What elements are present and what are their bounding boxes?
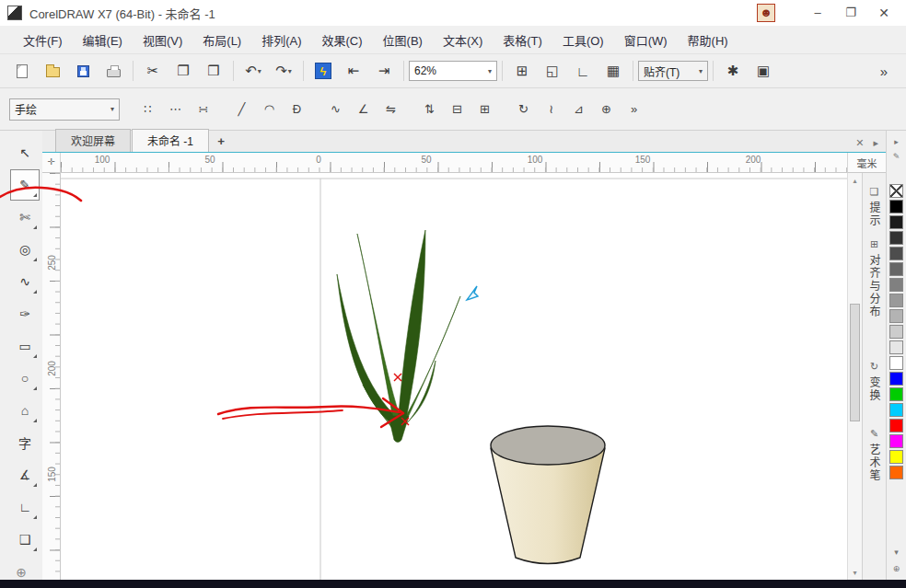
color-swatch[interactable] [889,278,903,292]
color-swatch[interactable] [889,231,903,245]
docker-tab[interactable]: ✎ 艺术笔 [866,428,882,482]
application-launcher-button[interactable]: ⊞ [507,58,537,84]
propbar-button[interactable]: ◠ [257,97,282,121]
menu-item[interactable]: 位图(B) [373,27,433,53]
propbar-button[interactable]: ⇅ [417,97,442,121]
tab-scroll-icon[interactable]: ▸ [873,137,878,149]
propbar-button[interactable]: ∠ [351,97,376,121]
maximize-button[interactable]: ❐ [836,3,865,23]
menu-item[interactable]: 帮助(H) [678,27,738,53]
zoom-level-select[interactable]: 62% ▾ [409,61,497,81]
propbar-button[interactable]: ⊞ [472,97,497,121]
cut-button[interactable]: ✂ [138,58,168,84]
color-swatch[interactable] [889,403,903,417]
propbar-button[interactable]: ⇋ [378,97,403,121]
color-swatch[interactable] [889,434,903,448]
minimize-button[interactable]: – [803,3,832,23]
print-button[interactable] [99,58,128,84]
propbar-button[interactable]: » [621,97,646,121]
docker-tab[interactable]: ⊞ 对齐与分布 [866,238,882,318]
menu-item[interactable]: 视图(V) [133,27,192,53]
menu-item[interactable]: 文件(F) [13,27,73,53]
propbar-button[interactable]: ↻ [511,97,536,121]
tool-preset-select[interactable]: 手绘 ▾ [9,98,120,121]
toolbox-tool[interactable]: ▭ [11,331,39,361]
ruler-origin-icon[interactable]: ✛ [42,153,61,173]
toolbox-tool[interactable]: ∟ [11,492,39,522]
scrollbar-thumb[interactable] [850,304,860,421]
color-swatch[interactable] [889,325,903,339]
scroll-down-icon[interactable]: ▾ [848,565,862,580]
toolbox-tool[interactable]: 字 [11,428,39,457]
snap-to-select[interactable]: 贴齐(T) ▾ [638,61,708,81]
scroll-up-icon[interactable]: ▴ [848,173,862,188]
menu-item[interactable]: 文本(X) [433,27,493,53]
propbar-button[interactable]: ∷ [135,97,160,121]
propbar-button[interactable]: ⋯ [163,97,188,121]
fullscreen-preview-button[interactable]: ◱ [538,58,567,84]
image-adjust-button[interactable]: ▣ [749,58,778,84]
close-document-icon[interactable]: ✕ [855,137,864,149]
copy-button[interactable]: ❐ [168,58,198,84]
toolbox-tool[interactable]: ❑ [11,525,39,554]
undo-button[interactable]: ↶▾ [238,58,268,84]
menu-item[interactable]: 表格(T) [493,27,552,53]
menu-item[interactable]: 工具(O) [552,27,614,53]
menu-item[interactable]: 窗口(W) [614,27,678,53]
menu-item[interactable]: 效果(C) [312,27,373,53]
whats-new-button[interactable]: ϟ [308,58,338,84]
propbar-button[interactable]: ∿ [323,97,348,121]
open-button[interactable] [38,58,67,84]
user-account-icon[interactable]: ☻ [757,4,775,22]
color-swatch[interactable] [889,372,903,386]
document-tab[interactable]: 未命名 -1 [132,129,209,152]
palette-flyout-icon[interactable]: ▸ [889,134,904,149]
toolbox-tool[interactable]: ◎ [11,235,39,264]
toolbar-overflow-button[interactable]: » [869,58,899,84]
save-button[interactable] [68,58,98,84]
color-swatch[interactable] [889,340,903,354]
color-swatch[interactable] [889,419,903,432]
menu-item[interactable]: 排列(A) [251,27,311,53]
color-swatch[interactable] [889,200,903,213]
color-swatch[interactable] [889,215,903,229]
toolbox-customize-button[interactable]: ⊕ [7,562,35,582]
color-swatch[interactable] [889,294,903,307]
toolbox-tool[interactable]: ∡ [11,460,39,490]
color-swatch[interactable] [889,262,903,276]
propbar-button[interactable]: ⊿ [566,97,591,121]
toolbox-tool[interactable]: ○ [11,363,39,393]
toolbox-tool[interactable]: ↖ [11,138,39,167]
new-tab-button[interactable]: + [210,132,232,152]
palette-scroll-down-icon[interactable]: ▾ [889,545,904,559]
vertical-scrollbar[interactable]: ▴ ▾ [847,173,862,580]
menu-item[interactable]: 布局(L) [192,27,251,53]
docker-tab[interactable]: ❏ 提示 [866,186,882,227]
show-grid-button[interactable]: ▦ [598,58,628,84]
redo-button[interactable]: ↷▾ [269,58,298,84]
drawing-canvas[interactable] [61,173,847,580]
docker-tab[interactable]: ↻ 变换 [866,361,882,402]
options-button[interactable]: ✱ [718,58,748,84]
import-button[interactable]: ⇤ [339,58,368,84]
propbar-button[interactable]: ≀ [539,97,563,121]
propbar-button[interactable]: ⊟ [445,97,470,121]
show-rulers-button[interactable]: ∟ [568,58,598,84]
color-swatch[interactable] [889,450,903,464]
propbar-button[interactable]: Ð [285,97,309,121]
toolbox-tool[interactable]: ✄ [11,202,39,232]
propbar-button[interactable]: ╱ [229,97,254,121]
export-button[interactable]: ⇥ [369,58,399,84]
toolbox-tool[interactable]: ✎ [11,170,39,200]
new-document-button[interactable] [7,58,37,84]
color-swatch[interactable] [889,247,903,260]
color-swatch[interactable] [889,356,903,370]
palette-picker-icon[interactable]: ✎ [889,149,904,164]
propbar-button[interactable]: ⊕ [594,97,619,121]
toolbox-tool[interactable]: ∿ [11,267,39,296]
color-swatch[interactable] [889,309,903,323]
propbar-button[interactable]: ∺ [191,97,215,121]
close-button[interactable]: ✕ [869,3,899,23]
document-tab[interactable]: 欢迎屏幕 [55,129,131,152]
paste-button[interactable]: ❒ [199,58,228,84]
